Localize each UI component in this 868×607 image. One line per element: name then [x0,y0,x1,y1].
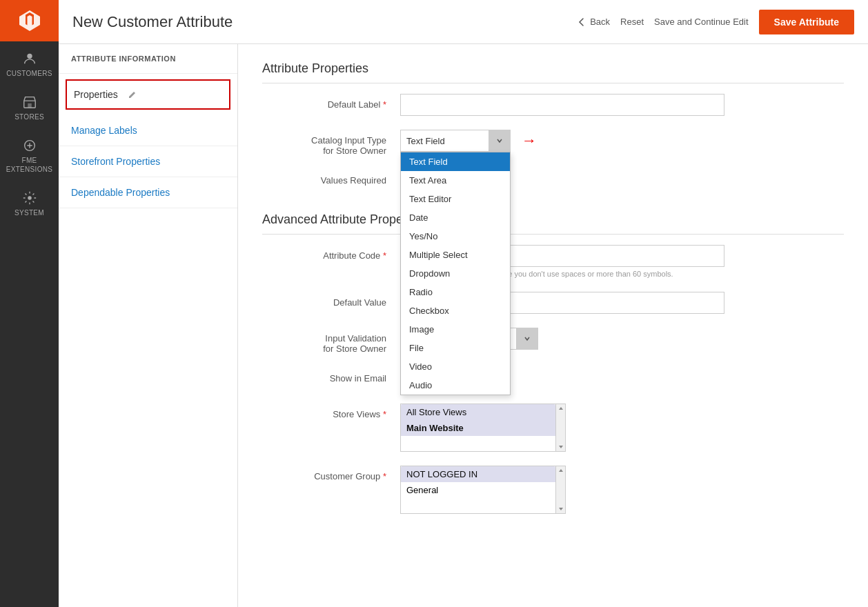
section-attribute-properties: Attribute Properties [262,61,844,83]
store-views-multiselect-container: All Store Views Main Website [400,404,566,452]
sidebar-item-stores[interactable]: STORES [0,85,59,128]
scroll-up-icon [558,406,564,411]
save-attribute-button[interactable]: Save Attribute [759,10,854,34]
default-label-wrap [400,94,844,116]
magento-logo-icon [17,8,42,33]
svg-point-4 [28,196,32,200]
sidebar: CUSTOMERS STORES FME EXTENSIONS SYSTEM [0,0,59,607]
form-row-default-value: Default Value [262,292,844,314]
default-label-label: Default Label [262,94,400,110]
catalog-input-wrap: Text Field → Text Field [400,130,844,152]
scroll-up-icon [558,468,564,473]
customer-group-label: Customer Group [262,466,400,481]
form-row-input-validation: Input Validationfor Store Owner Decimal … [262,328,844,354]
catalog-input-select[interactable]: Text Field [400,130,511,152]
main-area: New Customer Attribute Back Reset Save a… [59,0,868,607]
dropdown-item-date[interactable]: Date [401,208,510,227]
form-row-store-views: Store Views All Store Views Main Website [262,404,844,452]
left-nav-title: ATTRIBUTE INFORMATION [59,44,237,74]
dropdown-item-multiselect[interactable]: Multiple Select [401,246,510,264]
dropdown-item-audio[interactable]: Audio [401,376,510,395]
attribute-code-label: Attribute Code [262,245,400,261]
dropdown-item-texteditor[interactable]: Text Editor [401,190,510,208]
select-container: Text Field [400,130,511,152]
fme-icon [22,138,37,153]
nav-item-storefront[interactable]: Storefront Properties [59,146,237,177]
store-views-label: Store Views [262,404,400,419]
stores-label: STORES [14,112,44,121]
dropdown-item-yesno[interactable]: Yes/No [401,227,510,246]
content-area: ATTRIBUTE INFORMATION Properties Manage … [59,44,868,607]
dropdown-item-image[interactable]: Image [401,320,510,339]
magento-logo [0,0,59,41]
store-views-select[interactable]: All Store Views Main Website [401,404,555,451]
input-validation-label: Input Validationfor Store Owner [262,328,400,354]
section-advanced-properties: Advanced Attribute Properties [262,212,844,235]
customer-group-wrap: NOT LOGGED IN General [400,466,844,514]
back-button[interactable]: Back [577,17,610,27]
customers-icon [22,51,37,66]
sidebar-item-system[interactable]: SYSTEM [0,181,59,224]
values-required-label: Values Required [262,170,400,186]
store-views-wrap: All Store Views Main Website [400,404,844,452]
svg-rect-2 [28,103,32,108]
default-value-label: Default Value [262,292,400,308]
dropdown-item-dropdown[interactable]: Dropdown [401,264,510,283]
page-title: New Customer Attribute [72,13,233,31]
top-header: New Customer Attribute Back Reset Save a… [59,0,868,44]
dropdown-item-file[interactable]: File [401,339,510,357]
form-row-default-label: Default Label [262,94,844,116]
form-area: Attribute Properties Default Label Catal… [238,44,868,607]
scrollbar-track [555,404,565,451]
sidebar-item-customers[interactable]: CUSTOMERS [0,41,59,85]
catalog-input-select-wrap: Text Field → Text Field [400,130,844,152]
edit-icon [128,90,137,99]
customer-group-multiselect-container: NOT LOGGED IN General [400,466,566,514]
stores-icon [22,94,37,110]
red-arrow-indicator: → [522,132,537,150]
nav-item-dependable[interactable]: Dependable Properties [59,177,237,208]
customers-label: CUSTOMERS [6,69,52,78]
dropdown-item-textfield[interactable]: Text Field [401,152,510,171]
customer-group-scrollbar [555,466,565,513]
dropdown-item-radio[interactable]: Radio [401,283,510,301]
scroll-down-icon [558,444,564,450]
sidebar-item-fme[interactable]: FME EXTENSIONS [0,128,59,181]
system-label: SYSTEM [14,208,44,217]
form-row-catalog-input: Catalog Input Typefor Store Owner Text F… [262,130,844,156]
dropdown-item-textarea[interactable]: Text Area [401,171,510,190]
form-row-show-email: Show in Email Yes [262,368,844,390]
form-row-attribute-code: Attribute Code This is used internally. … [262,245,844,278]
svg-point-0 [27,54,32,59]
customer-group-select[interactable]: NOT LOGGED IN General [401,466,555,513]
form-row-values-required: Values Required Yes [262,170,844,192]
left-nav: ATTRIBUTE INFORMATION Properties Manage … [59,44,238,607]
default-label-input[interactable] [400,94,724,116]
advanced-section: Advanced Attribute Properties Attribute … [262,212,844,514]
back-arrow-icon [577,17,586,27]
show-email-label: Show in Email [262,368,400,384]
dropdown-item-video[interactable]: Video [401,357,510,376]
nav-item-manage-labels[interactable]: Manage Labels [59,115,237,146]
scroll-down-icon [558,506,564,512]
save-continue-button[interactable]: Save and Continue Edit [654,17,749,27]
catalog-input-label: Catalog Input Typefor Store Owner [262,130,400,156]
form-row-customer-group: Customer Group NOT LOGGED IN General [262,466,844,514]
catalog-input-dropdown: Text Field Text Area Text Editor Date Ye… [400,152,511,395]
system-icon [22,190,37,206]
dropdown-item-checkbox[interactable]: Checkbox [401,301,510,320]
fme-label: FME EXTENSIONS [3,156,55,174]
nav-item-properties[interactable]: Properties [66,79,230,110]
header-actions: Back Reset Save and Continue Edit Save A… [577,10,854,34]
reset-button[interactable]: Reset [620,17,644,27]
